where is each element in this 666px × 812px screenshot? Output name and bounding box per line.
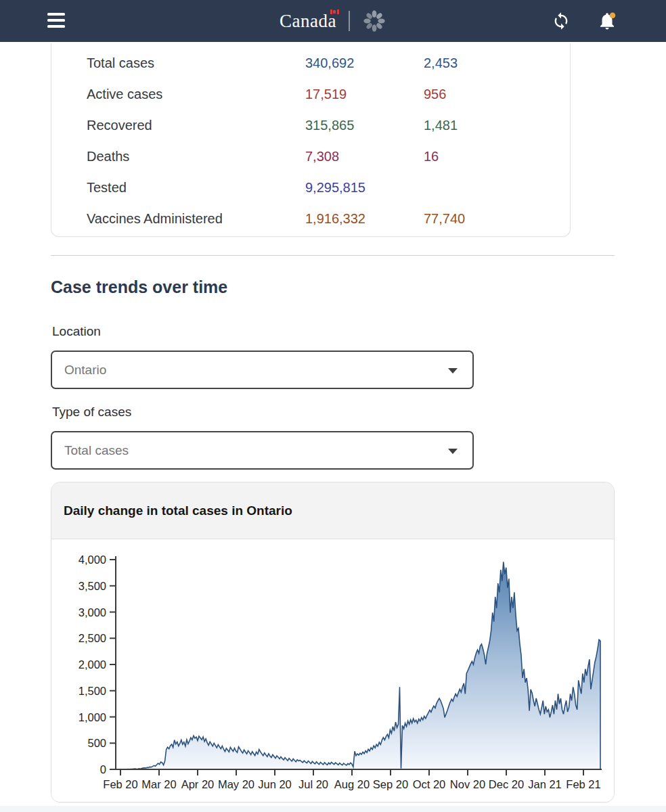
stats-summary-card: Total cases340,6922,453Active cases17,51… xyxy=(51,43,571,237)
section-heading: Case trends over time xyxy=(51,277,227,297)
notification-badge xyxy=(610,13,616,19)
svg-text:0: 0 xyxy=(100,763,106,775)
row-label: Active cases xyxy=(87,87,162,102)
case-type-label: Type of cases xyxy=(52,405,131,420)
chevron-down-icon xyxy=(448,368,458,374)
chart-title: Daily change in total cases in Ontario xyxy=(64,503,292,518)
canada-wordmark: Canada xyxy=(280,11,336,32)
table-row: Active cases17,519956 xyxy=(51,78,570,110)
notifications-button[interactable] xyxy=(597,0,617,42)
row-value: 9,295,815 xyxy=(305,180,365,196)
svg-text:Jun 20: Jun 20 xyxy=(258,778,292,790)
svg-text:Sep 20: Sep 20 xyxy=(373,778,408,790)
svg-text:Dec 20: Dec 20 xyxy=(489,778,524,790)
svg-text:1,000: 1,000 xyxy=(79,711,106,723)
svg-text:Oct 20: Oct 20 xyxy=(413,778,446,790)
page-bottom-band xyxy=(0,806,666,812)
row-value: 1,916,332 xyxy=(305,211,365,227)
row-value: 7,308 xyxy=(305,149,339,164)
svg-text:Nov 20: Nov 20 xyxy=(450,778,485,790)
svg-text:Jan 21: Jan 21 xyxy=(528,778,562,790)
svg-text:Aug 20: Aug 20 xyxy=(334,778,370,790)
location-select[interactable]: Ontario xyxy=(51,351,474,389)
row-value: 17,519 xyxy=(305,87,347,102)
case-type-select[interactable]: Total cases xyxy=(51,431,474,470)
table-row: Total cases340,6922,453 xyxy=(51,47,570,78)
svg-text:Feb 21: Feb 21 xyxy=(566,778,600,790)
svg-text:3,000: 3,000 xyxy=(79,606,106,618)
hamburger-icon xyxy=(47,13,65,16)
table-row: Recovered315,8651,481 xyxy=(51,110,570,141)
daily-change-area-chart: 05001,0001,5002,0002,5003,0003,5004,000F… xyxy=(51,539,614,803)
nav-divider xyxy=(349,11,350,31)
svg-text:2,000: 2,000 xyxy=(79,658,106,671)
svg-text:4,000: 4,000 xyxy=(79,554,106,566)
row-change: 1,481 xyxy=(424,118,458,133)
svg-text:Apr 20: Apr 20 xyxy=(181,778,215,790)
app-screen: Canada xyxy=(0,0,666,812)
bell-icon xyxy=(597,11,617,31)
row-change: 956 xyxy=(424,87,446,102)
table-row: Tested9,295,815 xyxy=(51,172,570,203)
case-type-select-value: Total cases xyxy=(64,443,129,458)
svg-text:May 20: May 20 xyxy=(218,778,254,790)
row-label: Vaccines Administered xyxy=(87,211,223,227)
top-navbar: Canada xyxy=(0,0,666,42)
row-value: 315,865 xyxy=(305,118,354,133)
canada-flag-icon xyxy=(330,9,339,14)
chart-body: 05001,0001,5002,0002,5003,0003,5004,000F… xyxy=(51,539,614,803)
hamburger-menu-button[interactable] xyxy=(47,13,66,29)
location-label: Location xyxy=(52,324,101,339)
table-row: Deaths7,30816 xyxy=(51,141,570,172)
svg-text:500: 500 xyxy=(87,737,106,749)
svg-text:Jul 20: Jul 20 xyxy=(298,778,328,790)
brand-group: Canada xyxy=(280,0,386,42)
section-divider xyxy=(51,255,615,256)
row-value: 340,692 xyxy=(305,55,354,71)
row-label: Tested xyxy=(87,180,127,196)
chart-card: Daily change in total cases in Ontario 0… xyxy=(51,482,615,803)
sync-icon xyxy=(552,12,571,30)
svg-text:3,500: 3,500 xyxy=(79,580,106,592)
brand-text: Canada xyxy=(280,11,336,31)
petal-logo-icon xyxy=(362,9,386,33)
row-label: Deaths xyxy=(87,149,129,164)
row-change: 16 xyxy=(424,149,439,164)
svg-text:1,500: 1,500 xyxy=(79,685,106,697)
row-label: Total cases xyxy=(87,55,154,71)
location-select-value: Ontario xyxy=(64,363,106,378)
chevron-down-icon xyxy=(448,449,458,454)
svg-text:Feb 20: Feb 20 xyxy=(103,778,137,790)
table-row: Vaccines Administered1,916,33277,740 xyxy=(51,203,570,234)
svg-text:2,500: 2,500 xyxy=(79,632,106,644)
refresh-button[interactable] xyxy=(552,0,571,42)
row-change: 77,740 xyxy=(424,211,465,227)
row-change: 2,453 xyxy=(424,55,458,71)
row-label: Recovered xyxy=(87,118,152,133)
svg-text:Mar 20: Mar 20 xyxy=(141,778,176,790)
chart-card-header: Daily change in total cases in Ontario xyxy=(51,482,614,539)
